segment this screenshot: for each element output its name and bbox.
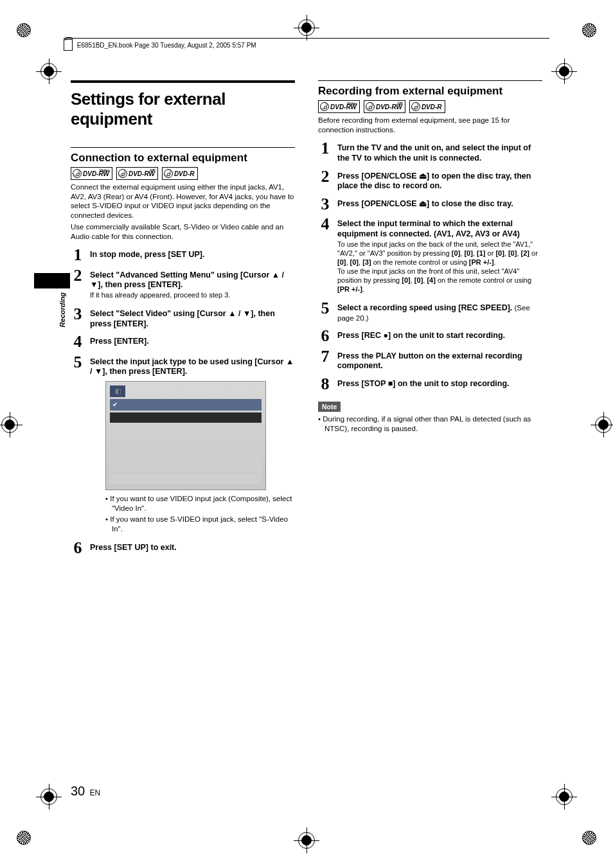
step-title: Press [STOP ■] on the unit to stop recor… xyxy=(337,379,542,389)
step-title: Press [REC ●] on the unit to start recor… xyxy=(337,331,542,341)
section-title: Recording from external equipment xyxy=(318,85,542,98)
step-list: 1Turn the TV and the unit on, and select… xyxy=(318,141,542,391)
disc-icon xyxy=(164,169,173,178)
step-number: 2 xyxy=(71,268,85,283)
step-item: 7Press the PLAY button on the external r… xyxy=(318,349,542,371)
disc-icon xyxy=(320,102,329,111)
step-title: Press [OPEN/CLOSE ⏏] to open the disc tr… xyxy=(337,172,542,191)
body-text: Before recording from external equipment… xyxy=(318,116,542,134)
disc-icon xyxy=(73,169,82,178)
step-item: 3Select "Select Video" using [Cursor ▲ /… xyxy=(71,306,295,329)
step-number: 7 xyxy=(318,349,332,364)
step-item: 5Select a recording speed using [REC SPE… xyxy=(318,301,542,323)
page-lang: EN xyxy=(90,788,101,797)
step-title: Press [ENTER]. xyxy=(90,337,295,347)
disc-icon xyxy=(118,169,127,178)
step-item: 1In stop mode, press [SET UP]. xyxy=(71,247,295,262)
step-number: 1 xyxy=(318,141,332,155)
section-title: Connection to external equipment xyxy=(71,152,295,164)
register-target-icon xyxy=(556,63,573,80)
step-number: 4 xyxy=(318,217,332,231)
right-column: Recording from external equipment VideoD… xyxy=(318,80,542,560)
step-number: 5 xyxy=(71,355,85,369)
page-content: Settings for external equipment Connecti… xyxy=(71,80,542,560)
step-title: Select "Select Video" using [Cursor ▲ / … xyxy=(90,309,295,329)
step-number: 3 xyxy=(71,306,85,321)
step-item: 4Select the input terminal to which the … xyxy=(318,217,542,296)
note-item: During recording, if a signal other than… xyxy=(318,414,542,434)
register-target-icon xyxy=(298,19,315,36)
left-column: Settings for external equipment Connecti… xyxy=(71,80,295,560)
main-title: Settings for external equipment xyxy=(71,89,295,129)
disc-compatibility-badges: VideoDVD-RWVRDVD-RWDVD-R xyxy=(71,167,295,180)
bullet-item: If you want to use S-VIDEO input jack, s… xyxy=(105,515,295,534)
step-detail: To use the input jacks on the back of th… xyxy=(337,240,542,294)
page-footer: 30 EN xyxy=(71,784,100,799)
register-target-icon xyxy=(298,832,315,849)
step-title: Select the input jack type to be used us… xyxy=(90,357,295,377)
step-item: 3Press [OPEN/CLOSE ⏏] to close the disc … xyxy=(318,197,542,211)
step-item: 2Press [OPEN/CLOSE ⏏] to open the disc t… xyxy=(318,169,542,191)
step-title: Select "Advanced Setting Menu" using [Cu… xyxy=(90,270,295,290)
crop-mark-icon xyxy=(582,831,596,845)
step-number: 2 xyxy=(318,169,332,184)
disc-badge: VideoDVD-RW xyxy=(318,100,360,113)
disc-badge: VRDVD-RW xyxy=(116,167,158,180)
step-title: Press the PLAY button on the external re… xyxy=(337,351,542,371)
crop-mark-icon xyxy=(582,23,596,37)
disc-compatibility-badges: VideoDVD-RWVRDVD-RWDVD-R xyxy=(318,100,542,113)
chapter-tab-label: Recording xyxy=(58,292,66,327)
body-text: Use commercially available Scart, S-Vide… xyxy=(71,222,295,241)
step-title: Press [SET UP] to exit. xyxy=(90,543,295,553)
step-number: 6 xyxy=(71,540,85,555)
step-number: 5 xyxy=(318,301,332,315)
step-number: 8 xyxy=(318,376,332,391)
step-title: Select a recording speed using [REC SPEE… xyxy=(337,303,542,323)
step-title: Press [OPEN/CLOSE ⏏] to close the disc t… xyxy=(337,199,542,209)
step-item: 6Press [SET UP] to exit. xyxy=(71,540,295,555)
pdf-header: E6851BD_EN.book Page 30 Tuesday, August … xyxy=(64,38,549,51)
register-target-icon xyxy=(40,788,57,805)
step-item: 1Turn the TV and the unit on, and select… xyxy=(318,141,542,163)
onscreen-menu-illustration: ◧✔ xyxy=(105,381,266,490)
step-number: 4 xyxy=(71,334,85,349)
step-item: 4Press [ENTER]. xyxy=(71,334,295,349)
disc-badge: DVD-R xyxy=(409,100,445,113)
register-target-icon xyxy=(1,416,18,433)
book-icon xyxy=(64,39,73,51)
register-target-icon xyxy=(556,788,573,805)
pdf-header-text: E6851BD_EN.book Page 30 Tuesday, August … xyxy=(77,42,256,49)
disc-icon xyxy=(411,102,420,111)
note-label: Note xyxy=(318,402,341,412)
step-item: 2Select "Advanced Setting Menu" using [C… xyxy=(71,268,295,301)
chapter-tab: Recording xyxy=(34,273,70,363)
step-number: 1 xyxy=(71,247,85,262)
register-target-icon xyxy=(595,416,612,433)
step-number: 3 xyxy=(318,197,332,211)
step-detail: If it has already appeared, proceed to s… xyxy=(90,290,295,299)
step-title: In stop mode, press [SET UP]. xyxy=(90,250,295,260)
step-item: 5Select the input jack type to be used u… xyxy=(71,355,295,535)
step-list: 1In stop mode, press [SET UP].2Select "A… xyxy=(71,247,295,555)
bullet-item: If you want to use VIDEO input jack (Com… xyxy=(105,494,295,513)
disc-badge: VRDVD-RW xyxy=(364,100,405,113)
disc-badge: VideoDVD-RW xyxy=(71,167,112,180)
step-item: 8Press [STOP ■] on the unit to stop reco… xyxy=(318,376,542,391)
body-text: Connect the external equipment using eit… xyxy=(71,182,295,220)
crop-mark-icon xyxy=(17,23,31,37)
disc-badge: DVD-R xyxy=(162,167,198,180)
step-item: 6Press [REC ●] on the unit to start reco… xyxy=(318,328,542,343)
page-number: 30 xyxy=(71,784,85,798)
disc-icon xyxy=(366,102,375,111)
step-title: Turn the TV and the unit on, and select … xyxy=(337,143,542,163)
step-number: 6 xyxy=(318,328,332,343)
step-title: Select the input terminal to which the e… xyxy=(337,219,542,239)
register-target-icon xyxy=(40,63,57,80)
crop-mark-icon xyxy=(17,831,31,845)
